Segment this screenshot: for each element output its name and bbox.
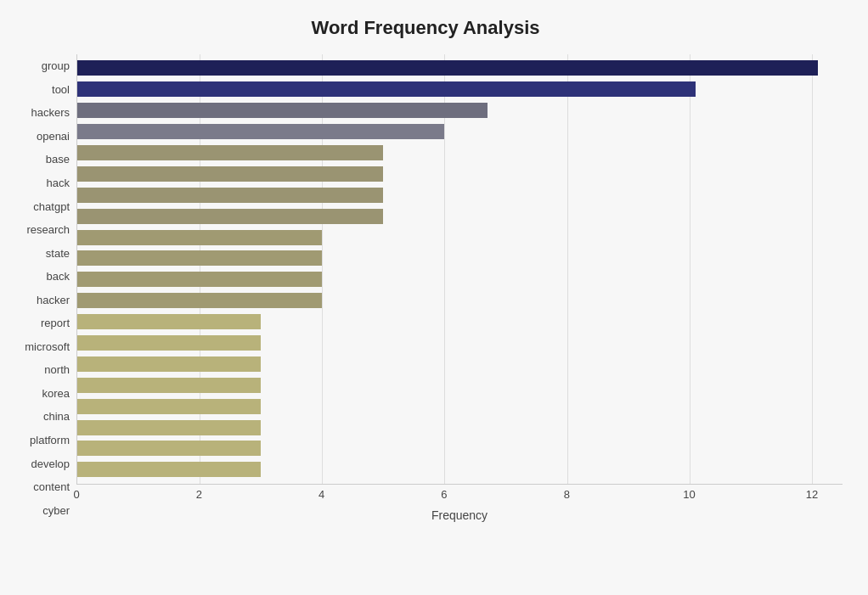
- bar-row: [77, 355, 843, 373]
- chart-title: Word Frequency Analysis: [8, 17, 843, 39]
- y-label: platform: [8, 435, 70, 446]
- bar-row: [77, 270, 843, 289]
- bar: [77, 441, 261, 456]
- bar: [77, 378, 261, 393]
- bar-row: [77, 439, 843, 457]
- y-label: group: [8, 60, 70, 71]
- x-tick-label: 4: [318, 488, 324, 501]
- bar: [77, 103, 488, 118]
- x-tick-label: 12: [806, 488, 818, 501]
- plot-area: [76, 54, 843, 485]
- bar-row: [77, 397, 843, 416]
- bar-row: [77, 186, 843, 205]
- bar: [77, 60, 818, 76]
- bar-row: [77, 418, 843, 437]
- y-label: cyber: [8, 505, 70, 516]
- y-label: hack: [8, 177, 70, 188]
- y-label: back: [8, 271, 70, 282]
- bar: [77, 356, 261, 372]
- y-axis: grouptoolhackersopenaibasehackchatgptres…: [8, 54, 76, 522]
- bar-row: [77, 207, 843, 226]
- bar: [77, 399, 261, 414]
- bar: [77, 314, 261, 329]
- bar-row: [77, 376, 843, 395]
- y-label: base: [8, 154, 70, 165]
- chart-container: Word Frequency Analysis grouptoolhackers…: [0, 0, 868, 595]
- y-label: hackers: [8, 107, 70, 118]
- x-tick-label: 6: [441, 488, 447, 501]
- bar: [77, 462, 261, 477]
- y-label: research: [8, 224, 70, 235]
- bar-row: [77, 312, 843, 331]
- y-label: hacker: [8, 295, 70, 306]
- y-label: develop: [8, 458, 70, 469]
- x-tick-label: 8: [564, 488, 570, 501]
- bar: [77, 209, 383, 224]
- y-label: microsoft: [8, 341, 70, 352]
- y-label: china: [8, 411, 70, 422]
- bar: [77, 166, 383, 182]
- bar-row: [77, 143, 843, 162]
- bar-row: [77, 228, 843, 247]
- x-tick-label: 2: [196, 488, 202, 501]
- bar-row: [77, 59, 843, 77]
- bar: [77, 81, 696, 97]
- bar-row: [77, 122, 843, 141]
- bar: [77, 188, 383, 203]
- bar: [77, 230, 322, 245]
- bar: [77, 124, 444, 139]
- y-label: report: [8, 317, 70, 328]
- x-axis-label: Frequency: [76, 508, 843, 522]
- bar-row: [77, 460, 843, 479]
- x-tick-label: 0: [73, 488, 79, 501]
- y-label: openai: [8, 131, 70, 142]
- bar: [77, 420, 261, 435]
- x-tick-label: 10: [683, 488, 695, 501]
- bar-row: [77, 165, 843, 183]
- y-label: state: [8, 248, 70, 259]
- bar: [77, 250, 322, 266]
- y-label: content: [8, 481, 70, 492]
- bar: [77, 145, 383, 160]
- bar: [77, 272, 322, 287]
- bar-row: [77, 101, 843, 120]
- bar-row: [77, 291, 843, 310]
- bar-row: [77, 80, 843, 98]
- y-label: korea: [8, 388, 70, 399]
- chart-area: grouptoolhackersopenaibasehackchatgptres…: [8, 54, 843, 522]
- bar: [77, 293, 322, 308]
- y-label: north: [8, 364, 70, 375]
- y-label: tool: [8, 84, 70, 95]
- y-label: chatgpt: [8, 201, 70, 212]
- bar: [77, 335, 261, 351]
- bar-row: [77, 249, 843, 267]
- bar-row: [77, 334, 843, 352]
